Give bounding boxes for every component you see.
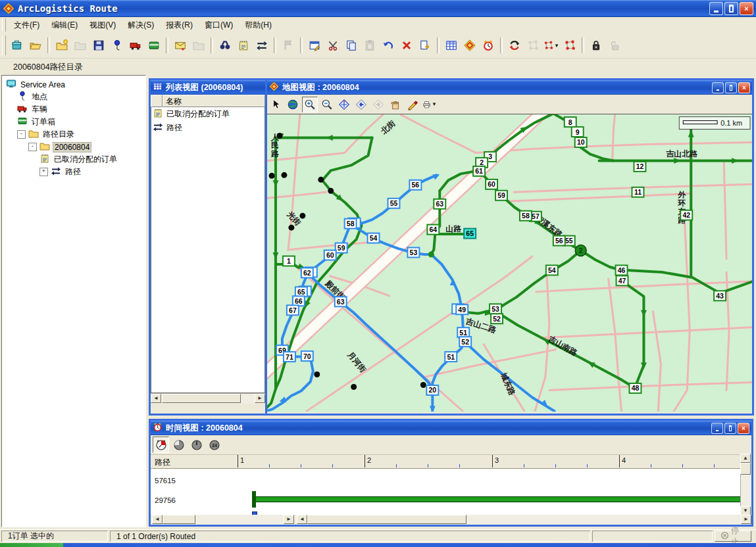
map-stop-64[interactable]: 64 — [427, 225, 439, 235]
find-button[interactable] — [216, 37, 234, 54]
tree-item-service-area[interactable]: Service Area — [2, 78, 145, 91]
timeline-scroll-left-button[interactable]: ◄ — [297, 515, 307, 524]
map-close-button[interactable]: × — [738, 82, 750, 93]
open-button[interactable] — [27, 37, 44, 54]
time-minimize-button[interactable] — [711, 423, 723, 434]
map-stop-53[interactable]: 53 — [407, 248, 419, 258]
map-stop-59[interactable]: 59 — [495, 191, 507, 201]
map-stop-71[interactable]: 71 — [284, 352, 295, 362]
map-stop-42[interactable]: 42 — [680, 210, 692, 220]
map-stop-43[interactable]: 43 — [714, 291, 726, 300]
map-stop-70[interactable]: 70 — [301, 351, 313, 361]
map-stop-11[interactable]: 11 — [632, 187, 643, 197]
list-view-button[interactable] — [443, 37, 460, 54]
gantt-bar-29756[interactable] — [253, 496, 746, 502]
new-folder-button[interactable] — [53, 37, 70, 54]
map-stop-65[interactable]: 65 — [295, 286, 311, 297]
start-button-fragment[interactable] — [0, 543, 63, 547]
gantt-row-label-57615[interactable]: 57615 — [155, 477, 176, 485]
map-stop-48[interactable]: 48 — [630, 383, 642, 393]
map-stop-2[interactable]: 2 — [575, 245, 586, 256]
zoom-out-tool[interactable] — [319, 97, 335, 112]
menu-item-1[interactable]: 编辑(E) — [45, 18, 84, 32]
map-minimize-button[interactable] — [712, 82, 724, 93]
draw-tool[interactable] — [405, 97, 420, 112]
vehicles-button[interactable] — [127, 37, 144, 54]
minimize-button[interactable] — [709, 2, 723, 15]
map-view-titlebar[interactable]: 地图视图 : 20060804 × — [267, 80, 752, 95]
time-column-header[interactable]: 路径 — [155, 457, 170, 468]
menu-item-3[interactable]: 解决(S) — [122, 18, 160, 32]
scroll-thumb[interactable] — [740, 463, 751, 475]
zoom-in-tool[interactable] — [302, 97, 318, 112]
map-maximize-button[interactable] — [725, 82, 737, 93]
scroll-right-button[interactable]: ► — [255, 394, 265, 403]
menu-item-5[interactable]: 窗口(W) — [199, 18, 239, 32]
map-stop-20[interactable]: 20 — [426, 385, 438, 395]
solve-button[interactable] — [506, 37, 523, 54]
tree-item-locations[interactable]: 地点 — [2, 91, 145, 103]
zoom-select-tool[interactable] — [336, 97, 352, 112]
print-tool[interactable]: ▼ — [422, 97, 438, 112]
names-scroll-thumb[interactable] — [163, 515, 195, 524]
map-stop-47[interactable]: 47 — [617, 275, 628, 285]
map-stop-56[interactable]: 56 — [553, 236, 565, 246]
time-view-button[interactable] — [480, 37, 497, 54]
map-stop-52[interactable]: 52 — [459, 337, 471, 346]
tree-expander[interactable]: - — [28, 143, 37, 151]
map-stop-63[interactable]: 63 — [434, 199, 445, 209]
timeline-scroll-right-button[interactable]: ► — [741, 515, 751, 524]
map-stop-60[interactable]: 60 — [324, 250, 336, 260]
menu-item-2[interactable]: 视图(V) — [84, 18, 122, 32]
globe-tool[interactable] — [285, 97, 301, 112]
tree-item-routes[interactable]: +路径 — [2, 166, 145, 178]
routes-view-button[interactable] — [253, 37, 270, 54]
duplicate-button[interactable] — [416, 37, 434, 54]
map-stop-53[interactable]: 53 — [490, 304, 501, 314]
assign-button[interactable]: ▼ — [543, 37, 560, 54]
copy-button[interactable] — [343, 37, 360, 54]
map-stop-10[interactable]: 10 — [575, 137, 587, 147]
unassigned-orders-row[interactable]: 已取消分配的订单 — [151, 107, 265, 121]
scroll-thumb[interactable] — [162, 394, 241, 403]
clock-actual-button[interactable] — [153, 437, 169, 453]
undo-button[interactable] — [380, 37, 397, 54]
list-view-titlebar[interactable]: 列表视图 (20060804) — [151, 80, 265, 95]
import-orders-button[interactable] — [172, 37, 189, 54]
menu-item-6[interactable]: 帮助(H) — [239, 18, 278, 32]
tree-item-route-folder-20060804[interactable]: -20060804 — [2, 141, 145, 153]
map-stop-62[interactable]: 62 — [301, 267, 317, 277]
menu-item-4[interactable]: 报表(R) — [160, 18, 199, 32]
map-stop-67[interactable]: 67 — [287, 305, 299, 315]
timeline-scroll-thumb[interactable] — [307, 515, 466, 524]
gantt-row-label-29756[interactable]: 29756 — [155, 496, 176, 504]
map-stop-56[interactable]: 56 — [409, 180, 421, 190]
map-stop-58[interactable]: 58 — [520, 211, 532, 221]
names-scroll-right-button[interactable]: ► — [284, 515, 294, 524]
clock-plain-button[interactable] — [188, 437, 205, 453]
close-button[interactable]: × — [740, 2, 753, 15]
map-stop-55[interactable]: 55 — [388, 199, 400, 208]
list-header-name[interactable]: 名称 — [163, 95, 265, 107]
map-stop-1[interactable]: 1 — [283, 256, 295, 266]
map-stop-12[interactable]: 12 — [634, 162, 645, 172]
time-maximize-button[interactable] — [724, 423, 736, 434]
map-stop-49[interactable]: 49 — [452, 304, 468, 314]
tree-expander[interactable]: - — [17, 130, 26, 139]
map-stop-61[interactable]: 61 — [473, 166, 485, 176]
order-box-button[interactable] — [145, 37, 163, 54]
delete-button[interactable] — [398, 37, 415, 54]
tree-item-unassigned-orders[interactable]: 已取消分配的订单 — [2, 153, 145, 166]
map-stop-9[interactable]: 9 — [572, 127, 584, 137]
time-vscrollbar[interactable]: ▲ ▼ — [740, 454, 751, 515]
map-stop-65[interactable]: 65 — [464, 229, 476, 239]
unassign-button[interactable] — [561, 37, 578, 54]
tree-item-route-folders[interactable]: -路径目录 — [2, 128, 145, 141]
scroll-left-button[interactable]: ◄ — [151, 394, 161, 403]
names-scroll-left-button[interactable]: ◄ — [152, 515, 163, 524]
orders-view-button[interactable] — [235, 37, 252, 54]
map-stop-54[interactable]: 54 — [368, 233, 380, 243]
scroll-down-button[interactable]: ▼ — [740, 506, 751, 515]
map-stop-51[interactable]: 51 — [445, 352, 457, 362]
pan-tool[interactable] — [388, 97, 403, 112]
